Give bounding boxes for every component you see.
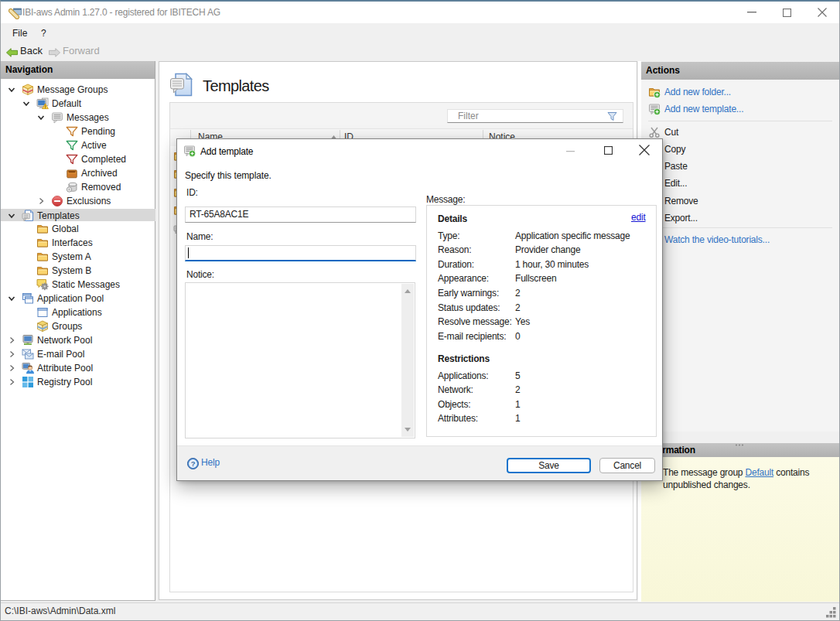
svg-text:?: ?	[191, 459, 196, 468]
